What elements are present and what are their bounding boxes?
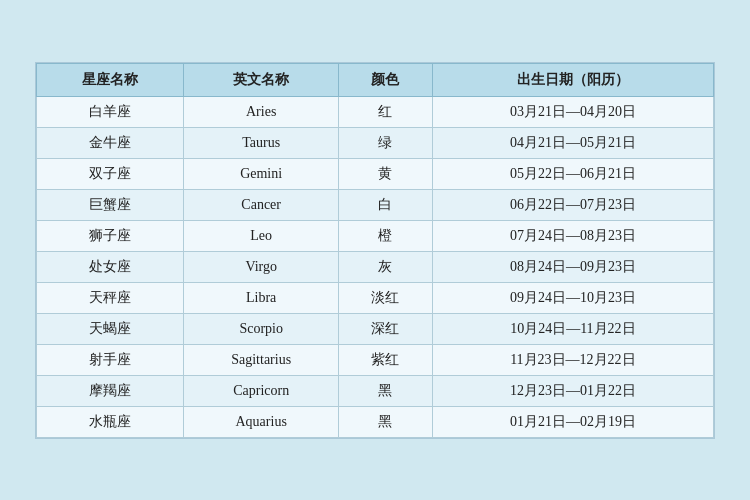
table-body: 白羊座Aries红03月21日—04月20日金牛座Taurus绿04月21日—0… [37,96,714,437]
cell-chinese-name: 射手座 [37,344,184,375]
cell-color: 紫红 [339,344,433,375]
cell-color: 深红 [339,313,433,344]
cell-color: 黑 [339,406,433,437]
cell-color: 绿 [339,127,433,158]
cell-chinese-name: 天蝎座 [37,313,184,344]
cell-chinese-name: 双子座 [37,158,184,189]
table-row: 白羊座Aries红03月21日—04月20日 [37,96,714,127]
cell-color: 橙 [339,220,433,251]
table-row: 金牛座Taurus绿04月21日—05月21日 [37,127,714,158]
cell-english-name: Aries [184,96,339,127]
cell-chinese-name: 巨蟹座 [37,189,184,220]
cell-color: 黑 [339,375,433,406]
cell-english-name: Aquarius [184,406,339,437]
cell-dates: 06月22日—07月23日 [432,189,713,220]
cell-chinese-name: 白羊座 [37,96,184,127]
cell-dates: 10月24日—11月22日 [432,313,713,344]
cell-dates: 08月24日—09月23日 [432,251,713,282]
cell-english-name: Scorpio [184,313,339,344]
table-row: 巨蟹座Cancer白06月22日—07月23日 [37,189,714,220]
cell-english-name: Libra [184,282,339,313]
cell-color: 灰 [339,251,433,282]
cell-dates: 05月22日—06月21日 [432,158,713,189]
cell-english-name: Cancer [184,189,339,220]
cell-dates: 11月23日—12月22日 [432,344,713,375]
table-row: 双子座Gemini黄05月22日—06月21日 [37,158,714,189]
cell-chinese-name: 天秤座 [37,282,184,313]
table-row: 处女座Virgo灰08月24日—09月23日 [37,251,714,282]
header-english-name: 英文名称 [184,63,339,96]
cell-chinese-name: 水瓶座 [37,406,184,437]
cell-english-name: Gemini [184,158,339,189]
cell-dates: 09月24日—10月23日 [432,282,713,313]
cell-english-name: Virgo [184,251,339,282]
cell-chinese-name: 处女座 [37,251,184,282]
table-row: 摩羯座Capricorn黑12月23日—01月22日 [37,375,714,406]
header-chinese-name: 星座名称 [37,63,184,96]
cell-chinese-name: 金牛座 [37,127,184,158]
table-row: 天蝎座Scorpio深红10月24日—11月22日 [37,313,714,344]
cell-color: 淡红 [339,282,433,313]
cell-dates: 07月24日—08月23日 [432,220,713,251]
table-row: 狮子座Leo橙07月24日—08月23日 [37,220,714,251]
cell-dates: 12月23日—01月22日 [432,375,713,406]
table-row: 射手座Sagittarius紫红11月23日—12月22日 [37,344,714,375]
cell-color: 黄 [339,158,433,189]
header-color: 颜色 [339,63,433,96]
cell-chinese-name: 摩羯座 [37,375,184,406]
cell-dates: 04月21日—05月21日 [432,127,713,158]
cell-color: 白 [339,189,433,220]
table-row: 天秤座Libra淡红09月24日—10月23日 [37,282,714,313]
cell-english-name: Taurus [184,127,339,158]
table-header-row: 星座名称 英文名称 颜色 出生日期（阳历） [37,63,714,96]
zodiac-table-container: 星座名称 英文名称 颜色 出生日期（阳历） 白羊座Aries红03月21日—04… [35,62,715,439]
zodiac-table: 星座名称 英文名称 颜色 出生日期（阳历） 白羊座Aries红03月21日—04… [36,63,714,438]
cell-english-name: Sagittarius [184,344,339,375]
header-dates: 出生日期（阳历） [432,63,713,96]
cell-dates: 01月21日—02月19日 [432,406,713,437]
cell-english-name: Capricorn [184,375,339,406]
cell-chinese-name: 狮子座 [37,220,184,251]
table-row: 水瓶座Aquarius黑01月21日—02月19日 [37,406,714,437]
cell-color: 红 [339,96,433,127]
cell-dates: 03月21日—04月20日 [432,96,713,127]
cell-english-name: Leo [184,220,339,251]
